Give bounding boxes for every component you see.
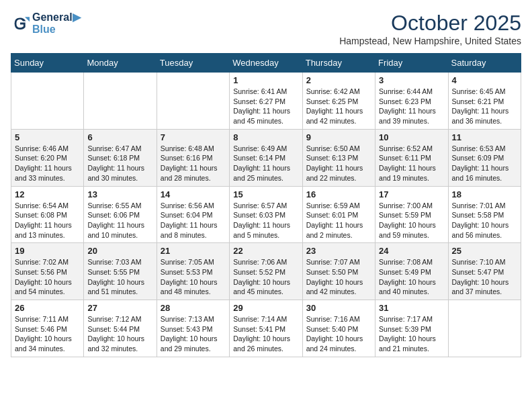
day-number: 4: [452, 75, 517, 85]
page-header: General▶ Blue October 2025 Hampstead, Ne…: [11, 11, 521, 46]
day-info: Sunrise: 6:49 AM Sunset: 6:14 PM Dayligh…: [233, 144, 298, 183]
day-info: Sunrise: 7:03 AM Sunset: 5:55 PM Dayligh…: [87, 257, 152, 297]
calendar-day-cell: 23Sunrise: 7:07 AM Sunset: 5:50 PM Dayli…: [302, 243, 375, 300]
day-number: 5: [15, 132, 80, 142]
day-info: Sunrise: 7:11 AM Sunset: 5:46 PM Dayligh…: [15, 314, 80, 354]
day-number: 7: [161, 132, 226, 142]
day-info: Sunrise: 7:12 AM Sunset: 5:44 PM Dayligh…: [87, 314, 152, 354]
day-number: 22: [233, 246, 298, 256]
day-info: Sunrise: 7:08 AM Sunset: 5:49 PM Dayligh…: [379, 257, 444, 297]
calendar-day-cell: 13Sunrise: 6:55 AM Sunset: 6:06 PM Dayli…: [84, 186, 157, 243]
day-number: 24: [379, 246, 444, 256]
day-number: 10: [379, 132, 444, 142]
day-info: Sunrise: 7:05 AM Sunset: 5:53 PM Dayligh…: [161, 257, 226, 297]
day-info: Sunrise: 6:47 AM Sunset: 6:18 PM Dayligh…: [87, 144, 152, 183]
day-info: Sunrise: 7:14 AM Sunset: 5:41 PM Dayligh…: [233, 314, 298, 354]
calendar-day-cell: 12Sunrise: 6:54 AM Sunset: 6:08 PM Dayli…: [11, 186, 84, 243]
logo: General▶ Blue: [11, 11, 81, 36]
day-number: 26: [15, 303, 80, 313]
day-info: Sunrise: 7:10 AM Sunset: 5:47 PM Dayligh…: [452, 257, 517, 297]
calendar-table: SundayMondayTuesdayWednesdayThursdayFrid…: [11, 53, 521, 357]
day-info: Sunrise: 6:52 AM Sunset: 6:11 PM Dayligh…: [379, 144, 444, 183]
calendar-empty-cell: [11, 73, 84, 130]
day-info: Sunrise: 7:07 AM Sunset: 5:50 PM Dayligh…: [306, 257, 371, 297]
day-info: Sunrise: 6:45 AM Sunset: 6:21 PM Dayligh…: [452, 87, 517, 126]
calendar-day-cell: 2Sunrise: 6:42 AM Sunset: 6:25 PM Daylig…: [302, 73, 375, 130]
calendar-day-cell: 11Sunrise: 6:53 AM Sunset: 6:09 PM Dayli…: [448, 129, 521, 186]
day-number: 9: [306, 132, 371, 142]
calendar-day-cell: 9Sunrise: 6:50 AM Sunset: 6:13 PM Daylig…: [302, 129, 375, 186]
calendar-day-cell: 4Sunrise: 6:45 AM Sunset: 6:21 PM Daylig…: [448, 73, 521, 130]
calendar-day-cell: 30Sunrise: 7:16 AM Sunset: 5:40 PM Dayli…: [302, 300, 375, 357]
calendar-day-cell: 21Sunrise: 7:05 AM Sunset: 5:53 PM Dayli…: [157, 243, 229, 300]
title-block: October 2025 Hampstead, New Hampshire, U…: [339, 11, 521, 46]
day-number: 20: [87, 246, 152, 256]
day-info: Sunrise: 6:57 AM Sunset: 6:03 PM Dayligh…: [233, 201, 298, 240]
day-number: 19: [15, 246, 80, 256]
day-number: 12: [15, 189, 80, 199]
day-number: 21: [161, 246, 226, 256]
day-info: Sunrise: 7:16 AM Sunset: 5:40 PM Dayligh…: [306, 314, 371, 354]
day-number: 13: [87, 189, 152, 199]
day-of-week-header: Saturday: [448, 54, 521, 73]
calendar-day-cell: 1Sunrise: 6:41 AM Sunset: 6:27 PM Daylig…: [230, 73, 302, 130]
calendar-week-row: 5Sunrise: 6:46 AM Sunset: 6:20 PM Daylig…: [11, 129, 521, 186]
day-number: 25: [452, 246, 517, 256]
calendar-day-cell: 29Sunrise: 7:14 AM Sunset: 5:41 PM Dayli…: [230, 300, 302, 357]
day-number: 14: [161, 189, 226, 199]
day-info: Sunrise: 7:02 AM Sunset: 5:56 PM Dayligh…: [15, 257, 80, 297]
calendar-day-cell: 15Sunrise: 6:57 AM Sunset: 6:03 PM Dayli…: [230, 186, 302, 243]
day-info: Sunrise: 7:06 AM Sunset: 5:52 PM Dayligh…: [233, 257, 298, 297]
day-of-week-header: Sunday: [11, 54, 84, 73]
day-info: Sunrise: 6:59 AM Sunset: 6:01 PM Dayligh…: [306, 201, 371, 240]
day-number: 17: [379, 189, 444, 199]
day-info: Sunrise: 6:50 AM Sunset: 6:13 PM Dayligh…: [306, 144, 371, 183]
calendar-day-cell: 10Sunrise: 6:52 AM Sunset: 6:11 PM Dayli…: [375, 129, 448, 186]
day-info: Sunrise: 6:48 AM Sunset: 6:16 PM Dayligh…: [161, 144, 226, 183]
calendar-day-cell: 20Sunrise: 7:03 AM Sunset: 5:55 PM Dayli…: [84, 243, 157, 300]
calendar-day-cell: 19Sunrise: 7:02 AM Sunset: 5:56 PM Dayli…: [11, 243, 84, 300]
calendar-day-cell: 3Sunrise: 6:44 AM Sunset: 6:23 PM Daylig…: [375, 73, 448, 130]
calendar-day-cell: 28Sunrise: 7:13 AM Sunset: 5:43 PM Dayli…: [157, 300, 229, 357]
day-of-week-header: Wednesday: [230, 54, 302, 73]
day-number: 23: [306, 246, 371, 256]
calendar-week-row: 19Sunrise: 7:02 AM Sunset: 5:56 PM Dayli…: [11, 243, 521, 300]
calendar-day-cell: 31Sunrise: 7:17 AM Sunset: 5:39 PM Dayli…: [375, 300, 448, 357]
day-number: 31: [379, 303, 444, 313]
calendar-day-cell: 8Sunrise: 6:49 AM Sunset: 6:14 PM Daylig…: [230, 129, 302, 186]
day-info: Sunrise: 7:17 AM Sunset: 5:39 PM Dayligh…: [379, 314, 444, 354]
day-info: Sunrise: 6:53 AM Sunset: 6:09 PM Dayligh…: [452, 144, 517, 183]
day-of-week-header: Monday: [84, 54, 157, 73]
calendar-header-row: SundayMondayTuesdayWednesdayThursdayFrid…: [11, 54, 521, 73]
calendar-day-cell: 26Sunrise: 7:11 AM Sunset: 5:46 PM Dayli…: [11, 300, 84, 357]
day-info: Sunrise: 6:42 AM Sunset: 6:25 PM Dayligh…: [306, 87, 371, 126]
month-title: October 2025: [339, 11, 521, 36]
day-of-week-header: Tuesday: [157, 54, 229, 73]
calendar-day-cell: 24Sunrise: 7:08 AM Sunset: 5:49 PM Dayli…: [375, 243, 448, 300]
day-info: Sunrise: 6:54 AM Sunset: 6:08 PM Dayligh…: [15, 201, 80, 240]
day-number: 15: [233, 189, 298, 199]
calendar-day-cell: 22Sunrise: 7:06 AM Sunset: 5:52 PM Dayli…: [230, 243, 302, 300]
calendar-week-row: 26Sunrise: 7:11 AM Sunset: 5:46 PM Dayli…: [11, 300, 521, 357]
day-number: 30: [306, 303, 371, 313]
calendar-day-cell: 27Sunrise: 7:12 AM Sunset: 5:44 PM Dayli…: [84, 300, 157, 357]
calendar-day-cell: 5Sunrise: 6:46 AM Sunset: 6:20 PM Daylig…: [11, 129, 84, 186]
day-of-week-header: Friday: [375, 54, 448, 73]
day-info: Sunrise: 7:13 AM Sunset: 5:43 PM Dayligh…: [161, 314, 226, 354]
calendar-day-cell: 17Sunrise: 7:00 AM Sunset: 5:59 PM Dayli…: [375, 186, 448, 243]
day-number: 3: [379, 75, 444, 85]
day-number: 29: [233, 303, 298, 313]
day-info: Sunrise: 6:44 AM Sunset: 6:23 PM Dayligh…: [379, 87, 444, 126]
calendar-day-cell: 14Sunrise: 6:56 AM Sunset: 6:04 PM Dayli…: [157, 186, 229, 243]
calendar-day-cell: 25Sunrise: 7:10 AM Sunset: 5:47 PM Dayli…: [448, 243, 521, 300]
day-number: 11: [452, 132, 517, 142]
day-number: 28: [161, 303, 226, 313]
calendar-week-row: 12Sunrise: 6:54 AM Sunset: 6:08 PM Dayli…: [11, 186, 521, 243]
logo-icon: [11, 14, 30, 33]
day-info: Sunrise: 7:01 AM Sunset: 5:58 PM Dayligh…: [452, 201, 517, 240]
day-number: 18: [452, 189, 517, 199]
day-info: Sunrise: 7:00 AM Sunset: 5:59 PM Dayligh…: [379, 201, 444, 240]
day-number: 6: [87, 132, 152, 142]
day-info: Sunrise: 6:46 AM Sunset: 6:20 PM Dayligh…: [15, 144, 80, 183]
logo-text: General▶ Blue: [32, 11, 81, 36]
